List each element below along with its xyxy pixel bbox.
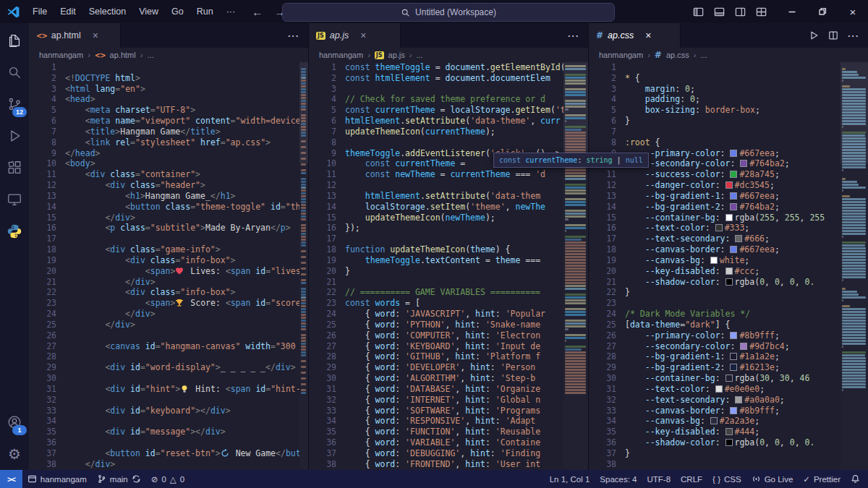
code-line[interactable]: --key-disabled: #444; <box>625 427 841 437</box>
line-number[interactable]: 25 <box>309 320 336 330</box>
code-line[interactable]: --container-bg: rgba(30, 30, 46 <box>625 373 841 384</box>
color-swatch[interactable] <box>730 407 737 414</box>
gutter[interactable]: 1234567891011121314151617181920212223242… <box>309 62 336 470</box>
line-number[interactable]: 17 <box>309 234 336 244</box>
line-number[interactable]: 15 <box>309 213 336 223</box>
code-line[interactable]: { word: 'RESPONSIVE', hint: 'Adapt <box>345 416 563 427</box>
code-line[interactable]: themeToggle.textContent = theme === <box>345 255 563 266</box>
code-line[interactable]: </div> <box>65 320 299 330</box>
nav-back-icon[interactable]: ← <box>252 6 263 18</box>
line-number[interactable]: 34 <box>29 416 56 427</box>
code-line[interactable]: </head> <box>65 148 299 159</box>
color-swatch[interactable] <box>730 203 737 210</box>
code-line[interactable]: { word: 'DEVELOPER', hint: 'Person <box>345 362 563 373</box>
code-line[interactable] <box>345 84 563 95</box>
eol-sequence[interactable]: CRLF <box>676 470 707 488</box>
line-number[interactable]: 24 <box>589 309 616 320</box>
language-mode[interactable]: { } CSS <box>707 470 746 488</box>
line-number[interactable]: 2 <box>309 73 336 84</box>
line-number[interactable]: 29 <box>29 362 56 373</box>
go-live-button[interactable]: Go Live <box>746 470 799 488</box>
run-code-icon[interactable] <box>809 30 819 40</box>
remote-indicator[interactable]: >< <box>0 470 22 488</box>
line-number[interactable]: 27 <box>589 341 616 352</box>
code-line[interactable]: --bg-gradient-2: #16213e; <box>625 362 841 373</box>
code-line[interactable]: const words = [ <box>345 298 563 309</box>
code-line[interactable]: { word: 'DEBUGGING', hint: 'Finding <box>345 448 563 459</box>
line-number[interactable]: 16 <box>29 223 56 234</box>
code-line[interactable]: --text-secondary: #666; <box>625 234 841 244</box>
line-number[interactable]: 32 <box>589 395 616 406</box>
line-number[interactable]: 18 <box>309 244 336 255</box>
line-number[interactable]: 5 <box>589 105 616 116</box>
code-line[interactable]: <div id="word-display">_ _ _ _ _</div> <box>65 362 299 373</box>
code-line[interactable]: { word: 'ALGORITHM', hint: 'Step-b <box>345 373 563 384</box>
color-swatch[interactable] <box>710 257 718 264</box>
line-number[interactable]: 21 <box>29 277 56 288</box>
restore-window-icon[interactable] <box>807 0 838 23</box>
line-number[interactable]: 13 <box>589 191 616 202</box>
code-line[interactable] <box>345 137 563 148</box>
menu-go[interactable]: Go <box>165 0 190 23</box>
customize-layout-icon[interactable] <box>756 7 767 17</box>
code-line[interactable]: [data-theme="dark"] { <box>625 320 841 330</box>
line-number[interactable]: 22 <box>309 287 336 298</box>
code-line[interactable]: --success-color: #28a745; <box>625 169 841 180</box>
line-number[interactable]: 23 <box>29 298 56 309</box>
line-number[interactable]: 7 <box>589 127 616 137</box>
code-line[interactable] <box>345 234 563 244</box>
code-line[interactable]: { word: 'SOFTWARE', hint: 'Programs <box>345 406 563 416</box>
code-line[interactable]: <button id="reset-btn"> New Game</button <box>65 448 299 459</box>
code-line[interactable]: } <box>345 266 563 277</box>
code-line[interactable]: --text-color: #333; <box>625 223 841 234</box>
line-number[interactable]: 30 <box>309 373 336 384</box>
line-number[interactable]: 33 <box>309 406 336 416</box>
code-line[interactable]: <div class="container"> <box>65 169 299 180</box>
code-line[interactable] <box>65 234 299 244</box>
color-swatch[interactable] <box>740 343 747 350</box>
line-number[interactable]: 21 <box>309 277 336 288</box>
sync-icon[interactable] <box>132 474 141 484</box>
line-number[interactable]: 15 <box>29 213 56 223</box>
line-number[interactable]: 14 <box>29 202 56 213</box>
line-number[interactable]: 13 <box>29 191 56 202</box>
line-number[interactable]: 1 <box>309 62 336 73</box>
line-number[interactable]: 14 <box>589 202 616 213</box>
code-line[interactable]: { word: 'GITHUB', hint: 'Platform f <box>345 351 563 362</box>
line-number[interactable]: 6 <box>29 116 56 127</box>
code-line[interactable]: --secondary-color: #764ba2; <box>625 158 841 169</box>
line-number[interactable]: 3 <box>309 84 336 95</box>
code-line[interactable]: { word: 'VARIABLE', hint: 'Containe <box>345 437 563 448</box>
code-line[interactable]: } <box>625 287 841 298</box>
line-number[interactable]: 27 <box>309 341 336 352</box>
line-number[interactable]: 38 <box>309 459 336 470</box>
code-line[interactable]: const themeToggle = document.getElementB… <box>345 62 563 73</box>
line-number[interactable]: 6 <box>589 116 616 127</box>
line-number[interactable]: 25 <box>589 320 616 330</box>
line-number[interactable]: 9 <box>29 148 56 159</box>
code-line[interactable]: { word: 'DATABASE', hint: 'Organize <box>345 384 563 395</box>
code-line[interactable]: --canvas-border: #8b9fff; <box>625 406 841 416</box>
line-number[interactable]: 23 <box>309 298 336 309</box>
color-swatch[interactable] <box>715 224 723 231</box>
line-number[interactable]: 32 <box>29 395 56 406</box>
code-line[interactable] <box>65 373 299 384</box>
code-line[interactable]: --canvas-bg: #2a2a3e; <box>625 416 841 427</box>
color-swatch[interactable] <box>730 171 737 178</box>
color-swatch[interactable] <box>730 332 737 339</box>
code-line[interactable]: <div class="info-box"> <box>65 255 299 266</box>
line-number[interactable]: 21 <box>589 277 616 288</box>
line-number[interactable]: 37 <box>29 448 56 459</box>
color-swatch[interactable] <box>726 374 733 382</box>
code-line[interactable]: <div class="info-box"> <box>65 287 299 298</box>
breadcrumb[interactable]: hanmangam › <> ap.html › ... <box>29 48 308 62</box>
code-line[interactable]: --bg-gradient-1: #1a1a2e; <box>625 351 841 362</box>
code-line[interactable]: // ========== GAME VARIABLES ========== <box>345 287 563 298</box>
line-number[interactable]: 5 <box>309 105 336 116</box>
toggle-sidebar-icon[interactable] <box>693 7 704 17</box>
tab-ap-css[interactable]: # ap.css × <box>589 23 681 48</box>
code-line[interactable]: htmlElement.setAttribute('data-them <box>345 191 563 202</box>
close-tab-icon[interactable]: × <box>360 30 366 40</box>
code-line[interactable]: <button class="theme-toggle" id="theme-t… <box>65 202 299 213</box>
code-line[interactable]: // Check for saved theme preference or d <box>345 94 563 105</box>
